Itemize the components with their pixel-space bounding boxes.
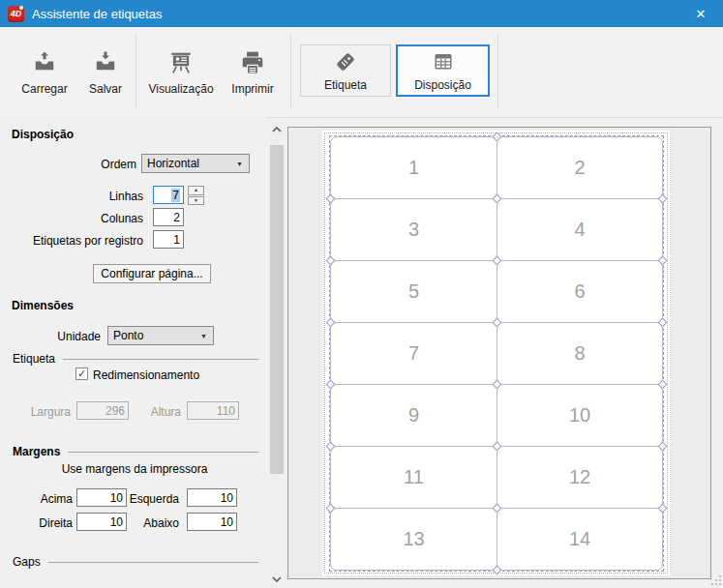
- colunas-label: Colunas: [0, 212, 143, 225]
- toolbar-button-label: Salvar: [89, 82, 122, 96]
- toolbar: Carregar Salvar Visualização: [0, 27, 723, 118]
- panel-scrollbar[interactable]: [268, 121, 286, 588]
- colunas-input[interactable]: [153, 208, 184, 226]
- tray-arrow-up-icon: [32, 50, 57, 75]
- label-cell: 10: [497, 384, 663, 447]
- divider-line: [68, 452, 258, 453]
- etiqueta-group-label: Etiqueta: [13, 352, 258, 366]
- tray-arrow-down-icon: [93, 50, 118, 75]
- label-cell: 12: [497, 446, 663, 509]
- linhas-input[interactable]: 7: [153, 186, 184, 204]
- margens-group-label: Margens: [13, 445, 258, 458]
- unidade-value: Ponto: [113, 329, 143, 342]
- triangle-up-icon: ▲: [194, 188, 198, 192]
- section-header-disposicao: Disposição: [12, 128, 74, 141]
- label-cell: 11: [330, 446, 497, 509]
- stepper-down-button[interactable]: ▼: [188, 196, 204, 206]
- printer-icon: [240, 50, 265, 75]
- toolbar-separator: [497, 35, 498, 108]
- toolbar-button-label: Carregar: [21, 82, 67, 96]
- salvar-button[interactable]: Salvar: [79, 50, 132, 96]
- visualizacao-button[interactable]: Visualização: [143, 50, 219, 96]
- label-cell: 9: [330, 384, 497, 447]
- scroll-up-button[interactable]: [268, 121, 286, 138]
- titlebar: 4D Assistente de etiquetas ✕: [0, 0, 723, 27]
- toolbar-separator: [290, 35, 291, 108]
- price-tag-icon: [334, 50, 357, 74]
- group-title: Gaps: [13, 555, 41, 569]
- label-cell: 3: [330, 198, 497, 261]
- label-cell: 4: [497, 198, 663, 261]
- toolbar-separator: [136, 35, 136, 108]
- linhas-value: 7: [171, 189, 180, 202]
- checkmark-icon: ✓: [77, 368, 86, 379]
- resize-grip[interactable]: [711, 575, 722, 586]
- presentation-easel-icon: [168, 50, 194, 75]
- direita-label: Direita: [0, 516, 73, 530]
- divider-line: [48, 562, 258, 563]
- esquerda-label: Esquerda: [116, 492, 179, 506]
- divider-line: [63, 359, 258, 360]
- acima-label: Acima: [0, 492, 73, 506]
- scroll-down-button[interactable]: [268, 571, 286, 588]
- label-cell: 13: [330, 508, 497, 571]
- altura-input: [187, 401, 239, 420]
- label-cell: 14: [497, 508, 663, 571]
- label-cell: 1: [330, 136, 497, 199]
- ordem-value: Horizontal: [147, 157, 199, 170]
- stepper-up-button[interactable]: ▲: [188, 186, 204, 195]
- linhas-stepper: ▲ ▼: [188, 186, 204, 205]
- label-cell: 2: [497, 136, 663, 199]
- label-cell: 6: [497, 260, 663, 323]
- ordem-select[interactable]: Horizontal ▼: [141, 154, 250, 173]
- chevron-up-icon: [272, 127, 282, 132]
- unidade-select[interactable]: Ponto ▼: [107, 326, 214, 345]
- chevron-down-icon: ▼: [200, 333, 207, 339]
- label-wizard-window: 4D Assistente de etiquetas ✕ Carregar Sa…: [0, 0, 723, 588]
- largura-label: Largura: [0, 405, 71, 419]
- toolbar-button-label: Imprimir: [231, 82, 273, 96]
- label-cell: 8: [497, 322, 663, 385]
- section-header-dimensoes: Dimensões: [12, 299, 74, 312]
- etiquetas-por-registro-label: Etiquetas por registro: [0, 234, 143, 248]
- tab-disposicao[interactable]: Disposição: [396, 44, 490, 97]
- redimensionamento-checkbox[interactable]: ✓: [75, 368, 88, 380]
- esquerda-input[interactable]: [187, 488, 237, 507]
- toolbar-button-label: Visualização: [148, 82, 213, 96]
- abaixo-input[interactable]: [187, 513, 237, 531]
- 4d-app-icon: 4D: [8, 6, 24, 22]
- scrollbar-thumb[interactable]: [270, 145, 284, 474]
- abaixo-label: Abaixo: [116, 516, 179, 530]
- redimensionamento-label: Redimensionamento: [93, 368, 199, 382]
- configurar-pagina-button[interactable]: Configurar página...: [93, 264, 211, 283]
- page-preview: 1234567891011121314: [322, 131, 670, 575]
- triangle-down-icon: ▼: [194, 198, 198, 203]
- carregar-button[interactable]: Carregar: [14, 50, 75, 96]
- unidade-label: Unidade: [0, 330, 101, 343]
- label-cell: 5: [330, 260, 497, 323]
- tab-etiqueta[interactable]: Etiqueta: [300, 44, 391, 97]
- chevron-down-icon: ▼: [236, 161, 243, 167]
- table-grid-icon: [432, 50, 455, 74]
- etiquetas-por-registro-input[interactable]: [153, 230, 184, 249]
- preview-area: 1234567891011121314: [287, 127, 711, 579]
- app-badge-text: 4D: [11, 9, 22, 18]
- ordem-label: Ordem: [0, 158, 136, 171]
- chevron-down-icon: [272, 576, 282, 582]
- settings-panel: Disposição Ordem Horizontal ▼ Linhas 7 ▲…: [0, 117, 267, 588]
- label-cell: 7: [330, 322, 497, 385]
- group-title: Margens: [13, 445, 60, 458]
- tab-label: Etiqueta: [324, 78, 367, 92]
- gaps-group-label: Gaps: [13, 555, 258, 569]
- use-margens-label: Use margens da impressora: [10, 462, 259, 476]
- label-grid: 1234567891011121314: [330, 136, 663, 571]
- close-button[interactable]: ✕: [678, 0, 723, 27]
- group-title: Etiqueta: [13, 352, 55, 366]
- largura-input: [76, 401, 129, 420]
- altura-label: Altura: [126, 405, 181, 419]
- window-title: Assistente de etiquetas: [32, 7, 162, 21]
- close-icon: ✕: [696, 7, 707, 21]
- imprimir-button[interactable]: Imprimir: [221, 50, 285, 96]
- linhas-label: Linhas: [0, 190, 143, 203]
- tab-label: Disposição: [414, 78, 471, 92]
